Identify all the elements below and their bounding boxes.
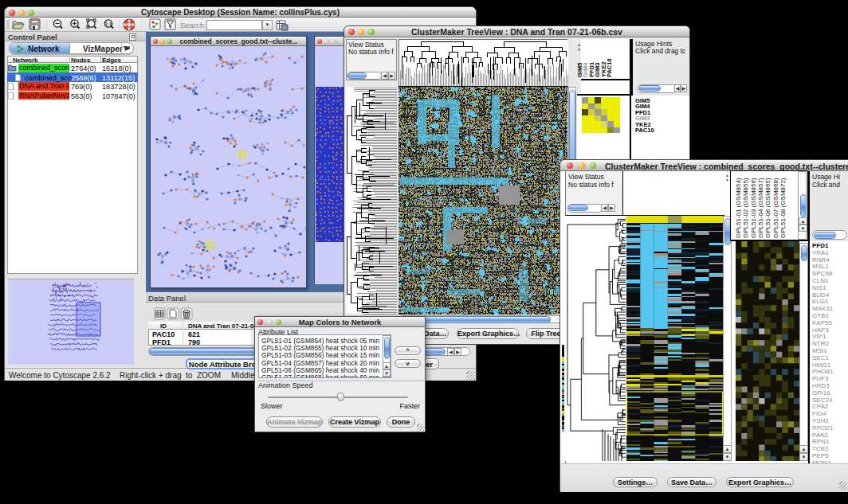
svg-text:1:1: 1:1 xyxy=(105,21,112,26)
